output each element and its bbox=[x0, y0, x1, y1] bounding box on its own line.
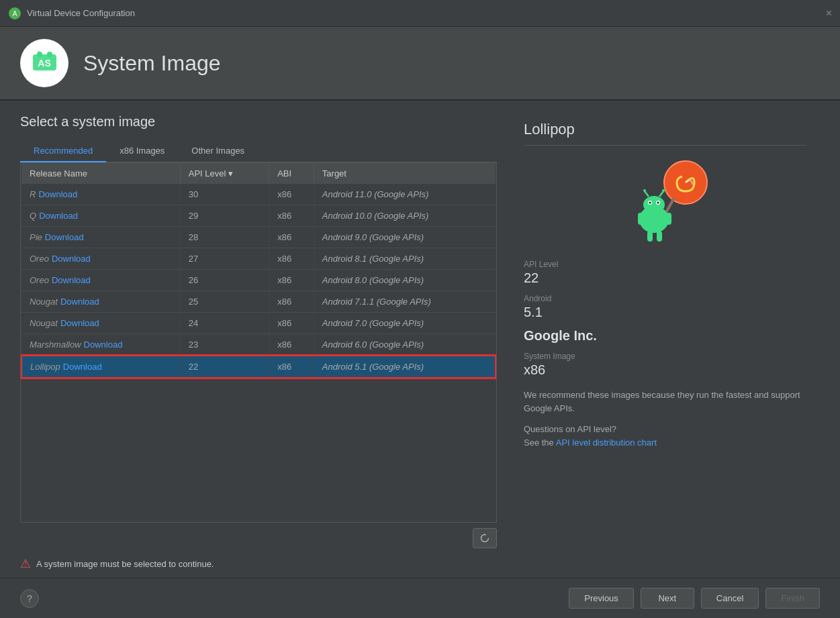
section-title: Select a system image bbox=[20, 114, 497, 130]
main-content: Select a system image Recommended x86 Im… bbox=[0, 101, 840, 578]
detail-system-image: System Image x86 bbox=[524, 352, 806, 378]
tab-recommended[interactable]: Recommended bbox=[20, 140, 106, 162]
svg-point-13 bbox=[643, 196, 665, 213]
col-api-level[interactable]: API Level ▾ bbox=[180, 163, 269, 184]
table-row[interactable]: LollipopDownload22x86Android 5.1 (Google… bbox=[21, 356, 496, 378]
download-link[interactable]: Download bbox=[52, 254, 91, 264]
target-cell: Android 11.0 (Google APIs) bbox=[314, 184, 496, 205]
col-release-name[interactable]: Release Name bbox=[21, 163, 180, 184]
system-image-value: x86 bbox=[524, 362, 806, 378]
download-link[interactable]: Download bbox=[84, 340, 123, 350]
table-row[interactable]: PieDownload28x86Android 9.0 (Google APIs… bbox=[21, 227, 496, 248]
cancel-button[interactable]: Cancel bbox=[701, 588, 759, 609]
svg-rect-25 bbox=[657, 231, 662, 242]
tab-otherimages[interactable]: Other Images bbox=[178, 140, 258, 162]
download-link[interactable]: Download bbox=[60, 318, 99, 328]
table-row[interactable]: NougatDownload25x86Android 7.1.1 (Google… bbox=[21, 291, 496, 313]
help-button[interactable]: ? bbox=[20, 589, 39, 608]
api-level-cell: 27 bbox=[180, 248, 269, 270]
target-cell: Android 8.1 (Google APIs) bbox=[314, 248, 496, 270]
system-image-table: Release Name API Level ▾ ABI Target RDow… bbox=[20, 162, 497, 523]
svg-point-16 bbox=[649, 202, 651, 204]
android-value: 5.1 bbox=[524, 305, 806, 320]
table-row[interactable]: RDownload30x86Android 11.0 (Google APIs) bbox=[21, 184, 496, 205]
svg-text:A: A bbox=[13, 10, 17, 17]
table-footer bbox=[20, 523, 497, 554]
svg-line-18 bbox=[645, 191, 649, 197]
abi-cell: x86 bbox=[269, 356, 314, 378]
api-level-cell: 25 bbox=[180, 291, 269, 313]
warning-message: A system image must be selected to conti… bbox=[36, 559, 214, 569]
api-level-cell: 26 bbox=[180, 270, 269, 291]
close-button[interactable]: × bbox=[826, 7, 832, 19]
svg-point-20 bbox=[643, 189, 646, 192]
download-link[interactable]: Download bbox=[52, 275, 91, 285]
api-level-cell: 23 bbox=[180, 334, 269, 356]
left-panel: Select a system image Recommended x86 Im… bbox=[20, 114, 497, 571]
refresh-button[interactable] bbox=[473, 528, 497, 548]
table-row[interactable]: NougatDownload24x86Android 7.0 (Google A… bbox=[21, 313, 496, 334]
abi-cell: x86 bbox=[269, 313, 314, 334]
detail-title: Lollipop bbox=[524, 121, 806, 146]
col-abi: ABI bbox=[269, 163, 314, 184]
svg-rect-23 bbox=[666, 213, 671, 225]
table-header-row: Release Name API Level ▾ ABI Target bbox=[21, 163, 496, 184]
target-cell: Android 6.0 (Google APIs) bbox=[314, 334, 496, 356]
api-level-chart-link[interactable]: API level distribution chart bbox=[556, 437, 657, 448]
app-icon: A bbox=[8, 7, 21, 20]
header-logo: AS bbox=[20, 39, 68, 87]
tab-bar: Recommended x86 Images Other Images bbox=[20, 140, 497, 162]
android-studio-logo: AS bbox=[26, 45, 63, 82]
svg-rect-22 bbox=[638, 213, 643, 225]
lollipop-illustration bbox=[615, 159, 716, 246]
abi-cell: x86 bbox=[269, 227, 314, 248]
warning-bar: ⚠ A system image must be selected to con… bbox=[20, 556, 497, 571]
download-link[interactable]: Download bbox=[63, 362, 102, 372]
title-bar: A Virtual Device Configuration × bbox=[0, 0, 840, 27]
bottom-bar: ? Previous Next Cancel Finish bbox=[0, 578, 840, 618]
abi-cell: x86 bbox=[269, 270, 314, 291]
target-cell: Android 5.1 (Google APIs) bbox=[314, 356, 496, 378]
api-question: Questions on API level? See the API leve… bbox=[524, 423, 806, 449]
dialog-header: AS System Image bbox=[0, 27, 840, 101]
recommendation-text: We recommend these images because they r… bbox=[524, 389, 806, 415]
finish-button[interactable]: Finish bbox=[765, 588, 820, 609]
svg-line-19 bbox=[659, 191, 663, 197]
android-label: Android bbox=[524, 294, 806, 303]
download-link[interactable]: Download bbox=[38, 189, 77, 199]
detail-android: Android 5.1 bbox=[524, 294, 806, 320]
warning-icon: ⚠ bbox=[20, 556, 31, 571]
detail-image bbox=[524, 159, 806, 246]
api-level-label: API Level bbox=[524, 260, 806, 269]
table-row[interactable]: MarshmallowDownload23x86Android 6.0 (Goo… bbox=[21, 334, 496, 356]
download-link[interactable]: Download bbox=[45, 232, 84, 242]
api-level-cell: 22 bbox=[180, 356, 269, 378]
api-level-cell: 29 bbox=[180, 205, 269, 227]
abi-cell: x86 bbox=[269, 248, 314, 270]
target-cell: Android 7.0 (Google APIs) bbox=[314, 313, 496, 334]
window-title: Virtual Device Configuration bbox=[27, 8, 135, 18]
target-cell: Android 10.0 (Google APIs) bbox=[314, 205, 496, 227]
next-button[interactable]: Next bbox=[641, 588, 694, 609]
svg-text:AS: AS bbox=[38, 58, 50, 68]
refresh-icon bbox=[479, 533, 490, 544]
download-link[interactable]: Download bbox=[39, 211, 78, 221]
target-cell: Android 8.0 (Google APIs) bbox=[314, 270, 496, 291]
download-link[interactable]: Download bbox=[60, 297, 99, 307]
abi-cell: x86 bbox=[269, 291, 314, 313]
table-row[interactable]: QDownload29x86Android 10.0 (Google APIs) bbox=[21, 205, 496, 227]
previous-button[interactable]: Previous bbox=[569, 588, 634, 609]
table-row[interactable]: OreoDownload27x86Android 8.1 (Google API… bbox=[21, 248, 496, 270]
api-level-value: 22 bbox=[524, 270, 806, 286]
right-panel: Lollipop bbox=[510, 114, 820, 571]
tab-x86images[interactable]: x86 Images bbox=[106, 140, 178, 162]
system-image-label: System Image bbox=[524, 352, 806, 361]
abi-cell: x86 bbox=[269, 184, 314, 205]
table-row[interactable]: OreoDownload26x86Android 8.0 (Google API… bbox=[21, 270, 496, 291]
svg-point-17 bbox=[657, 202, 659, 204]
target-cell: Android 9.0 (Google APIs) bbox=[314, 227, 496, 248]
api-level-cell: 24 bbox=[180, 313, 269, 334]
svg-point-21 bbox=[662, 189, 665, 192]
detail-api-level: API Level 22 bbox=[524, 260, 806, 286]
page-title: System Image bbox=[83, 51, 221, 76]
